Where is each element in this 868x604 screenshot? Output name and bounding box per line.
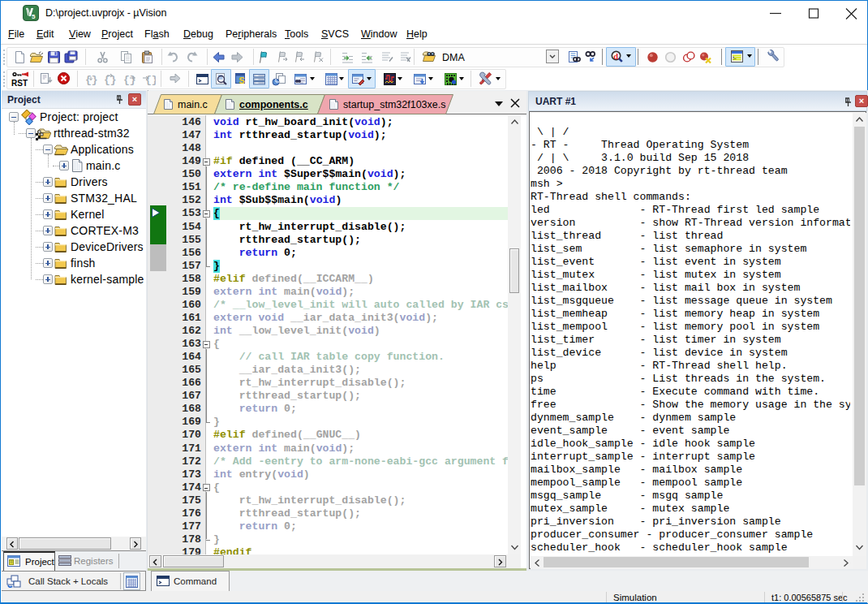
svg-text:RST: RST (11, 79, 28, 88)
svg-text:{}: {} (123, 74, 136, 86)
svg-text:5: 5 (32, 13, 36, 20)
svg-text:{}: {} (85, 74, 98, 86)
svg-text:d: d (613, 52, 618, 61)
svg-text:{}: {} (145, 74, 156, 86)
svg-text:S: S (239, 76, 245, 85)
